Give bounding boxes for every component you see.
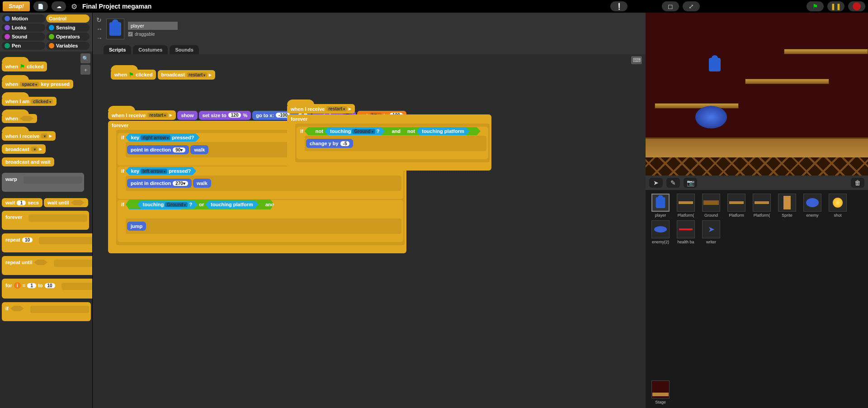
sprite-thumbnail[interactable] [106, 19, 124, 39]
block-when-key-pressed[interactable]: whenspace▾key pressed [2, 80, 73, 89]
scripts-canvas[interactable]: ⌨ when ⚑ clicked broadcastrestart▾▸ when… [93, 54, 646, 408]
block-when-condition[interactable]: when [2, 114, 37, 123]
rotation-flip-icon[interactable]: ↔ [96, 25, 103, 33]
sprite-item-writer[interactable]: ➤writer [700, 220, 722, 244]
sprite-item-platform2[interactable]: Platform [725, 194, 748, 218]
tab-costumes[interactable]: Costumes [133, 45, 168, 54]
rotation-full-icon[interactable]: ↻ [96, 16, 103, 24]
block-wait-secs[interactable]: wait1secs [2, 198, 42, 207]
sprite-item-enemy2[interactable]: enemy(2) [649, 220, 672, 244]
palette-body[interactable]: 🔍 ＋ when ⚑ clicked whenspace▾key pressed… [0, 52, 92, 408]
script-stack-3[interactable]: when I receiverestart▾▸ forever if not t… [287, 102, 491, 172]
sprite-corral: player Platform( Ground Platform Platfor… [646, 190, 868, 408]
category-control[interactable]: Control [46, 14, 90, 23]
sprite-item-healthbar[interactable]: health ba [675, 220, 697, 244]
sprite-info-bar: ↻ ↔ → player ✓draggable [93, 13, 646, 45]
sprite-item-player[interactable]: player [649, 194, 672, 218]
trash-button[interactable]: 🗑 [851, 178, 864, 188]
category-sensing[interactable]: Sensing [46, 24, 90, 32]
stage-sprite-enemy[interactable] [695, 106, 727, 128]
stage-view[interactable] [646, 13, 868, 176]
block-warp[interactable]: warp [2, 173, 84, 192]
draggable-label: draggable [135, 32, 155, 37]
file-button[interactable]: 📄 [33, 1, 48, 11]
block-repeat-until[interactable]: repeat until [2, 256, 92, 275]
block-when-flag-clicked[interactable]: when ⚑ clicked [2, 62, 47, 71]
editor-tabs: Scripts Costumes Sounds [93, 45, 646, 54]
block-broadcast[interactable]: broadcast▾▸ [2, 144, 46, 154]
stop-icon [853, 2, 861, 10]
category-looks[interactable]: Looks [2, 24, 45, 32]
paint-sprite-button[interactable]: ✎ [666, 178, 680, 188]
block-repeat[interactable]: repeat10 [2, 233, 92, 252]
project-notes-button[interactable]: ❕ [610, 1, 627, 11]
cloud-button[interactable]: ☁ [52, 1, 66, 11]
fullscreen-button[interactable]: ⤢ [683, 1, 700, 11]
pause-button[interactable]: ❚❚ [827, 1, 844, 11]
block-for[interactable]: fori=1to10 [2, 279, 92, 299]
block-forever[interactable]: forever [2, 211, 89, 230]
category-sound[interactable]: Sound [2, 33, 45, 41]
sprite-item-sprite[interactable]: Sprite [776, 194, 798, 218]
sprite-item-ground[interactable]: Ground [700, 194, 722, 218]
script-editor: ↻ ↔ → player ✓draggable Scripts Costumes… [93, 13, 646, 408]
block-palette: Motion Control Looks Sensing Sound Opera… [0, 13, 93, 408]
camera-sprite-button[interactable]: 📷 [684, 178, 697, 188]
make-block-button[interactable]: ＋ [80, 65, 90, 75]
category-selector: Motion Control Looks Sensing Sound Opera… [0, 13, 92, 52]
stage-thumbnail[interactable]: Stage [649, 380, 672, 404]
category-operators[interactable]: Operators [46, 33, 90, 41]
script-stack-1[interactable]: when ⚑ clicked broadcastrestart▾▸ [111, 68, 215, 81]
add-turtle-sprite-button[interactable]: ➤ [649, 178, 663, 188]
block-when-i-am[interactable]: when I amclicked▾ [2, 97, 57, 106]
green-flag-button[interactable]: ⚑ [807, 1, 824, 11]
sprite-item-platform1[interactable]: Platform( [675, 194, 697, 218]
tab-scripts[interactable]: Scripts [104, 45, 131, 54]
block-if[interactable]: if [2, 302, 91, 321]
block-when-i-receive[interactable]: when I receive▾▸ [2, 131, 56, 141]
top-toolbar: Snap! 📄 ☁ ⚙ Final Project megaman ❕ ◻ ⤢ … [0, 0, 868, 13]
category-variables[interactable]: Variables [46, 42, 90, 50]
category-pen[interactable]: Pen [2, 42, 45, 50]
keyboard-entry-button[interactable]: ⌨ [631, 56, 642, 64]
stage-panel: ➤ ✎ 📷 🗑 player Platform( Ground Platform… [646, 13, 868, 408]
settings-gear-icon[interactable]: ⚙ [70, 2, 79, 11]
block-broadcast-wait[interactable]: broadcast and wait [2, 157, 54, 166]
stop-button[interactable] [848, 1, 865, 11]
sprite-item-platform3[interactable]: Platform( [750, 194, 773, 218]
snap-logo[interactable]: Snap! [3, 1, 30, 11]
project-title: Final Project megaman [82, 3, 151, 10]
sprite-corral-bar: ➤ ✎ 📷 🗑 [646, 176, 868, 190]
sprite-item-shot[interactable]: shot [826, 194, 849, 218]
draggable-checkbox[interactable]: ✓ [128, 32, 133, 37]
stage-sprite-player[interactable] [709, 58, 721, 71]
stage-size-button[interactable]: ◻ [662, 1, 679, 11]
block-wait-until[interactable]: wait until [44, 198, 88, 207]
category-motion[interactable]: Motion [2, 14, 45, 23]
rotation-none-icon[interactable]: → [96, 34, 103, 42]
sprite-item-enemy[interactable]: enemy [801, 194, 824, 218]
search-blocks-button[interactable]: 🔍 [80, 53, 90, 63]
sprite-name-input[interactable]: player [128, 22, 178, 30]
tab-sounds[interactable]: Sounds [170, 45, 198, 54]
